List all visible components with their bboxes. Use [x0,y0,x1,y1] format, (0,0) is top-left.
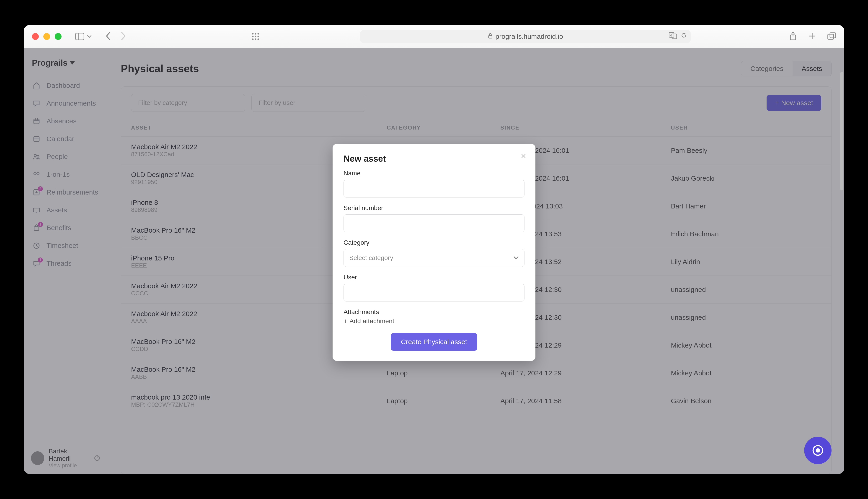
svg-point-8 [252,38,254,40]
chat-fab[interactable] [804,437,832,464]
forward-button[interactable] [120,32,126,41]
maximize-icon[interactable] [55,33,62,40]
close-icon[interactable] [32,33,39,40]
back-button[interactable] [105,32,111,41]
user-label: User [344,274,524,281]
name-label: Name [344,170,524,177]
category-label: Category [344,239,524,246]
chevron-down-icon [513,256,519,260]
tabs-overview-icon[interactable] [828,32,836,41]
url-bar[interactable]: prograils.humadroid.io A [360,30,691,43]
svg-point-5 [252,36,254,37]
sidebar-toggle[interactable] [75,33,92,40]
svg-point-6 [255,36,257,37]
svg-point-3 [255,33,257,34]
modal-overlay[interactable]: New asset ✕ Name Serial number Category … [24,48,844,474]
create-asset-button[interactable]: Create Physical asset [391,333,477,351]
titlebar: prograils.humadroid.io A [24,25,844,48]
category-select[interactable]: Select category [344,249,524,267]
scrollbar[interactable] [840,72,844,473]
scrollbar-thumb[interactable] [840,72,843,191]
svg-point-10 [258,38,259,40]
translate-icon[interactable]: A [669,32,677,40]
svg-rect-19 [830,33,836,38]
serial-input[interactable] [344,215,524,232]
minimize-icon[interactable] [43,33,50,40]
svg-point-4 [258,33,259,34]
window-controls [32,33,62,40]
svg-rect-18 [828,34,834,39]
add-attachment-button[interactable]: + Add attachment [344,317,524,325]
new-asset-modal: New asset ✕ Name Serial number Category … [333,144,535,361]
svg-rect-11 [488,35,492,38]
serial-label: Serial number [344,204,524,212]
svg-rect-0 [76,33,84,40]
name-input[interactable] [344,180,524,197]
attachments-label: Attachments [344,308,524,316]
new-tab-icon[interactable] [808,32,816,41]
chat-icon [811,444,824,457]
share-icon[interactable] [789,32,797,41]
lock-icon [488,33,493,40]
svg-rect-13 [672,34,677,39]
svg-point-7 [258,36,259,37]
svg-point-9 [255,38,257,40]
modal-title: New asset [344,154,524,164]
svg-text:A: A [670,34,672,37]
url-text: prograils.humadroid.io [496,33,563,40]
browser-window: prograils.humadroid.io A Prograils Dashb… [24,25,844,474]
apps-grid-icon[interactable] [249,33,262,40]
plus-icon: + [344,317,347,325]
user-input[interactable] [344,284,524,302]
svg-point-2 [252,33,254,34]
add-attachment-label: Add attachment [349,317,394,325]
category-placeholder: Select category [349,254,393,261]
close-icon[interactable]: ✕ [521,152,526,160]
svg-point-34 [816,449,819,452]
reload-icon[interactable] [681,32,687,40]
